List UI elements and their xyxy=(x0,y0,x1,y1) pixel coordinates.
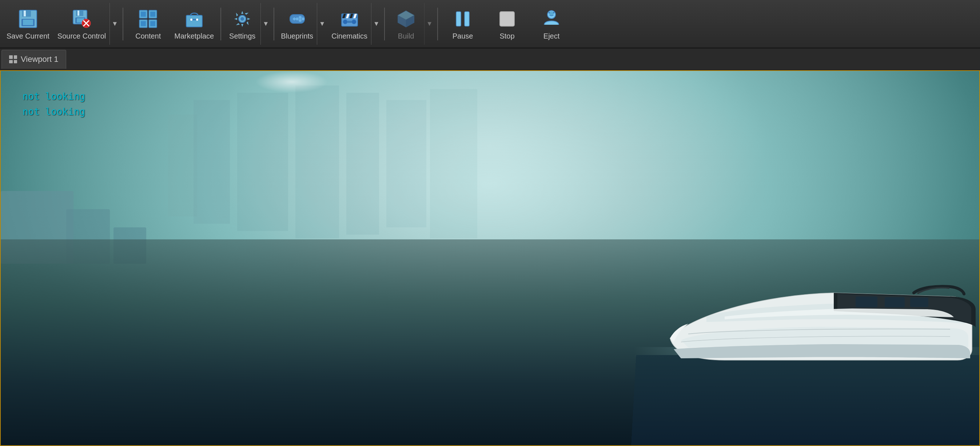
separator-4 xyxy=(384,8,385,40)
marketplace-label: Marketplace xyxy=(174,32,214,40)
svg-rect-7 xyxy=(78,11,79,16)
debug-overlay: not looking not looking xyxy=(22,89,85,119)
settings-button[interactable]: Settings xyxy=(224,3,261,45)
settings-group: Settings ▼ xyxy=(224,3,270,45)
settings-icon xyxy=(231,7,254,30)
svg-rect-49 xyxy=(500,12,514,26)
building-1 xyxy=(168,115,197,217)
svg-point-52 xyxy=(549,12,550,13)
svg-rect-2 xyxy=(24,11,26,16)
eject-button[interactable]: Eject xyxy=(530,3,573,45)
svg-point-23 xyxy=(190,19,192,21)
blueprints-button[interactable]: Blueprints xyxy=(277,3,317,45)
build-label: Build xyxy=(398,32,414,40)
svg-rect-17 xyxy=(141,12,146,17)
content-label: Content xyxy=(135,32,161,40)
eject-icon xyxy=(540,7,563,30)
svg-point-51 xyxy=(549,11,554,16)
cinematics-label: Cinematics xyxy=(331,32,368,40)
stop-label: Stop xyxy=(500,32,514,40)
save-icon xyxy=(16,7,40,30)
eject-label: Eject xyxy=(544,32,560,40)
svg-rect-20 xyxy=(150,21,155,26)
svg-rect-55 xyxy=(885,297,905,307)
cinematics-icon xyxy=(338,7,361,30)
svg-rect-6 xyxy=(76,10,83,16)
source-control-group: Source Control ▼ xyxy=(54,3,120,45)
cinematics-button[interactable]: Cinematics xyxy=(328,3,371,45)
blueprints-icon xyxy=(286,7,309,30)
boat-model xyxy=(652,236,979,389)
stop-icon xyxy=(495,7,519,30)
svg-point-40 xyxy=(343,20,347,24)
viewport[interactable]: not looking not looking xyxy=(0,70,980,446)
build-icon xyxy=(395,7,418,30)
building-2 xyxy=(194,100,230,224)
debug-line-2: not looking xyxy=(22,104,85,120)
svg-point-41 xyxy=(352,20,356,24)
blueprints-label: Blueprints xyxy=(281,32,313,40)
svg-rect-56 xyxy=(910,298,928,307)
content-button[interactable]: Content xyxy=(126,3,170,45)
settings-dropdown[interactable]: ▼ xyxy=(261,3,270,45)
pause-icon xyxy=(451,7,474,30)
tab-bar: Viewport 1 xyxy=(0,48,980,70)
svg-point-28 xyxy=(299,16,302,19)
separator-5 xyxy=(437,8,438,40)
marketplace-icon xyxy=(183,7,206,30)
svg-point-24 xyxy=(196,19,198,21)
blueprints-group: Blueprints ▼ xyxy=(277,3,327,45)
svg-rect-42 xyxy=(347,21,352,23)
separator-1 xyxy=(123,8,123,40)
viewport-tab-label: Viewport 1 xyxy=(21,54,59,64)
svg-point-31 xyxy=(296,18,299,21)
source-control-label: Source Control xyxy=(57,32,106,40)
separator-3 xyxy=(274,8,274,40)
building-7 xyxy=(430,89,477,238)
svg-rect-33 xyxy=(294,18,295,21)
svg-rect-1 xyxy=(22,10,31,17)
svg-point-29 xyxy=(302,18,304,21)
debug-line-1: not looking xyxy=(22,89,85,104)
content-icon xyxy=(137,7,160,30)
separator-2 xyxy=(220,8,221,40)
viewport-tab-icon xyxy=(9,55,17,63)
stop-button[interactable]: Stop xyxy=(485,3,529,45)
svg-rect-21 xyxy=(186,15,202,27)
building-5 xyxy=(346,93,379,235)
svg-rect-19 xyxy=(141,21,146,26)
source-control-dropdown[interactable]: ▼ xyxy=(110,3,120,45)
build-button[interactable]: Build xyxy=(388,3,424,45)
settings-label: Settings xyxy=(229,32,255,40)
svg-rect-54 xyxy=(856,296,877,307)
svg-rect-4 xyxy=(23,20,33,25)
building-6 xyxy=(386,100,426,227)
building-4 xyxy=(295,86,339,238)
main-toolbar: Save Current Source Control xyxy=(0,0,980,48)
marketplace-button[interactable]: Marketplace xyxy=(170,3,218,45)
svg-rect-18 xyxy=(150,12,155,17)
save-current-label: Save Current xyxy=(6,32,49,40)
svg-point-30 xyxy=(299,19,302,22)
cinematics-dropdown[interactable]: ▼ xyxy=(371,3,381,45)
ceiling-light xyxy=(255,71,328,93)
svg-point-53 xyxy=(553,12,554,13)
source-control-icon xyxy=(70,7,94,30)
pause-label: Pause xyxy=(453,32,473,40)
svg-rect-47 xyxy=(456,12,461,26)
svg-point-26 xyxy=(240,17,244,21)
building-3 xyxy=(237,93,288,231)
viewport-tab[interactable]: Viewport 1 xyxy=(2,50,66,69)
save-current-button[interactable]: Save Current xyxy=(3,3,53,45)
build-group: Build ▼ xyxy=(388,3,434,45)
svg-rect-48 xyxy=(465,12,469,26)
cinematics-group: Cinematics ▼ xyxy=(328,3,381,45)
pause-button[interactable]: Pause xyxy=(441,3,485,45)
source-control-button[interactable]: Source Control xyxy=(54,3,110,45)
blueprints-dropdown[interactable]: ▼ xyxy=(317,3,327,45)
build-dropdown[interactable]: ▼ xyxy=(424,3,434,45)
